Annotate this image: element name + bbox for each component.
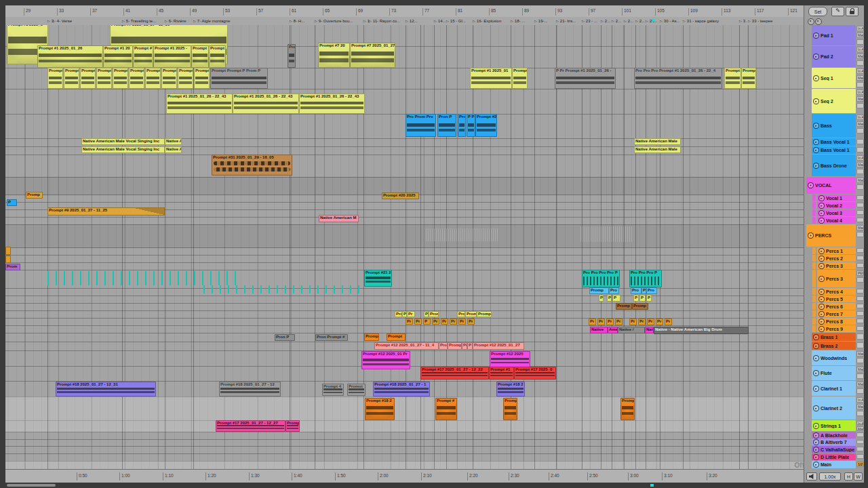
clip[interactable]: Prompt #12 2025_01 Pr [361, 351, 410, 369]
track-meter-chip[interactable] [856, 358, 864, 363]
track-fold-icon[interactable]: ▸ [818, 218, 825, 224]
locator-flag[interactable]: 8- H... [290, 18, 304, 24]
clip[interactable]: Native [590, 327, 608, 333]
track-io-chip[interactable]: In Aut [856, 397, 864, 403]
track-header-flute[interactable]: ▸Flute [812, 366, 856, 380]
clip[interactable]: Promp [477, 311, 492, 317]
locator-flag[interactable]: 30 - As... [660, 18, 680, 24]
track-fold-icon[interactable]: ▸ [813, 98, 819, 104]
track-io-chip[interactable]: Main [856, 426, 864, 430]
arrangement-area[interactable]: Prompt #1 2025_0Prompt #7 2025_01_27 - 1… [5, 25, 804, 469]
track-fold-icon[interactable]: ▸ [818, 276, 825, 282]
track-io-chip[interactable]: Main [856, 75, 864, 81]
track-fold-icon[interactable]: ▸ [818, 289, 825, 295]
clip[interactable]: Prompt #1 20 [103, 45, 133, 68]
clip[interactable]: Pro [288, 44, 296, 68]
track-fold-icon[interactable]: ▸ [813, 423, 819, 429]
clip[interactable]: Prompt [64, 68, 79, 89]
track-header-brass-1[interactable]: ▸Brass 1 [812, 333, 856, 341]
track-header-a-blackhole[interactable]: ▸A Blackhole [812, 432, 856, 439]
track-header-percs-4[interactable]: ▸Percs 4 [817, 288, 856, 295]
track-fold-icon[interactable]: ▸ [818, 311, 825, 317]
clip[interactable]: Prompt [129, 68, 144, 89]
beat-time-ruler[interactable]: 2933374145495357616569737781858993971011… [5, 5, 804, 18]
track-meter-chip[interactable] [856, 440, 864, 444]
track-meter-chip[interactable] [856, 311, 864, 316]
clip[interactable]: Pron P [437, 114, 456, 137]
track-io-chip[interactable]: PERCS [856, 270, 864, 276]
clip[interactable]: P P [467, 114, 475, 137]
clip[interactable]: Promp [285, 420, 300, 432]
track-fold-icon[interactable]: ▸ [813, 334, 819, 340]
clip[interactable]: Prompt [178, 68, 193, 89]
track-lane[interactable] [5, 396, 804, 421]
locator-flag[interactable]: 16- Explosion [473, 18, 501, 24]
clip[interactable]: P [633, 295, 639, 302]
track-meter-chip[interactable] [856, 248, 864, 253]
clip[interactable]: Promp [364, 333, 379, 341]
track-io-chip[interactable]: Main [856, 382, 864, 387]
clip[interactable]: Pr [450, 319, 457, 325]
track-fold-icon[interactable]: ▸ [818, 296, 825, 302]
clip[interactable]: Pro Prom Pro [406, 114, 436, 137]
clip[interactable]: Pro Pro Pro P [629, 270, 662, 287]
clip[interactable]: Prompt 4 [322, 384, 344, 396]
track-io-chip[interactable]: Main [856, 33, 864, 38]
clip[interactable]: Promp [632, 303, 648, 310]
clip[interactable]: Pro Pro Pro Prompt #1 2025_01_26 - 22_4 [634, 68, 722, 89]
track-header-percs-9[interactable]: ▸Percs 9 [817, 325, 856, 332]
clip[interactable]: Prompt #12 2025_01_27 - 11_4 [374, 342, 439, 350]
track-header-bass-vocal-1[interactable]: ▸Bass Vocal 1 [812, 138, 856, 146]
clip[interactable]: Prompt #12 2025 [490, 351, 530, 367]
clip[interactable]: Pr [414, 319, 422, 325]
track-meter-chip[interactable] [856, 388, 864, 394]
track-fold-icon[interactable]: ▸ [818, 304, 825, 310]
locator-flag[interactable]: 11- Rayon co... [369, 18, 400, 24]
clip[interactable] [5, 247, 11, 255]
locator-flag[interactable]: 31 - sapce galaxy [683, 18, 719, 24]
track-meter-chip[interactable] [856, 39, 864, 45]
clip[interactable]: Prompt #21 2 [364, 270, 392, 287]
track-io-chip[interactable]: In Aut [856, 47, 864, 52]
track-header-woodwinds[interactable]: ▸Woodwinds [812, 350, 856, 365]
clip[interactable]: Prompt #7 20 [318, 43, 350, 68]
track-header-percs-1[interactable]: ▸Percs 1 [817, 247, 856, 254]
track-meter-chip[interactable] [856, 60, 864, 66]
clip[interactable]: P [423, 319, 431, 325]
clip[interactable]: Pro [458, 114, 466, 137]
track-header-c-valhallasupe[interactable]: ▸C ValhallaSupe [812, 446, 856, 453]
track-meter-chip[interactable] [856, 304, 864, 308]
track-fold-icon[interactable]: ▸ [818, 210, 825, 216]
track-fold-icon[interactable]: ▸ [813, 33, 819, 39]
locator-flag[interactable]: 18- ... [511, 18, 525, 24]
clip[interactable]: Pron P [275, 334, 295, 341]
clip[interactable]: P [612, 295, 620, 302]
clip[interactable]: Pr [467, 319, 475, 325]
clip[interactable]: Pro [439, 342, 448, 350]
draw-mode-button[interactable]: ✎ [831, 7, 844, 16]
track-meter-chip[interactable] [856, 319, 864, 323]
clip[interactable]: Prompt #18 2025_01_27 - 1 [373, 382, 430, 396]
clip[interactable]: Prom [429, 311, 439, 317]
track-fold-icon[interactable]: ▸ [818, 319, 825, 325]
track-meter-chip[interactable] [856, 232, 864, 237]
track-meter-chip[interactable] [856, 326, 864, 331]
track-fold-icon[interactable]: ▸ [818, 195, 825, 201]
clip[interactable]: P [646, 295, 652, 302]
track-meter-chip[interactable] [856, 218, 864, 222]
clip[interactable]: P Pr Prompt #1 2025_01_26 - [555, 68, 616, 89]
clip[interactable]: Prompt #1 2025 - [153, 45, 191, 68]
clip[interactable] [426, 228, 498, 241]
clip[interactable]: Native / [618, 327, 645, 333]
clip[interactable]: Prompt #1 2025_01_26 - 22_43 [299, 94, 365, 114]
playback-speed-button[interactable]: 1.00x [819, 472, 841, 481]
clip[interactable]: Native American Male [634, 138, 681, 145]
clip[interactable]: Native American Male Vocal Singing Inc [81, 146, 165, 153]
track-meter-chip[interactable] [856, 454, 864, 459]
track-header-percs-5[interactable]: ▸Percs 5 [817, 296, 856, 302]
group-fold-icon[interactable]: ▾ [808, 182, 814, 188]
clip[interactable]: Prompt [741, 68, 756, 89]
track-fold-icon[interactable]: ▸ [818, 248, 825, 254]
clip[interactable]: Prompt [47, 68, 63, 89]
track-meter-chip[interactable] [856, 263, 864, 268]
